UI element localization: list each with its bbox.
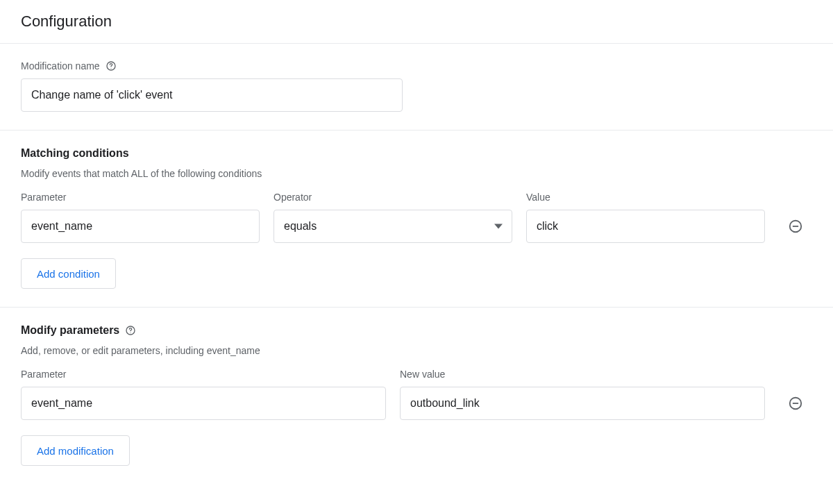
modification-name-input[interactable] — [21, 78, 403, 112]
modify-newvalue-input[interactable] — [400, 387, 765, 420]
add-modification-button[interactable]: Add modification — [21, 435, 130, 466]
section-modify-parameters: Modify parameters Add, remove, or edit p… — [0, 308, 833, 484]
modify-subtitle: Add, remove, or edit parameters, includi… — [21, 345, 812, 356]
operator-column-label: Operator — [274, 192, 512, 203]
modify-title: Modify parameters — [21, 324, 119, 337]
condition-row: Parameter Operator equals Value — [21, 192, 812, 243]
matching-subtitle: Modify events that match ALL of the foll… — [21, 168, 812, 179]
matching-title: Matching conditions — [21, 147, 812, 160]
condition-parameter-input[interactable] — [21, 210, 260, 243]
remove-condition-icon[interactable] — [788, 219, 803, 234]
parameter-row: Parameter New value — [21, 369, 812, 420]
condition-value-input[interactable] — [526, 210, 765, 243]
condition-operator-select[interactable]: equals — [274, 210, 512, 243]
modify-newvalue-label: New value — [400, 369, 765, 380]
condition-operator-value: equals — [274, 210, 512, 243]
svg-point-5 — [131, 333, 131, 333]
parameter-column-label: Parameter — [21, 192, 260, 203]
svg-point-1 — [110, 68, 111, 69]
modify-parameter-label: Parameter — [21, 369, 386, 380]
help-icon[interactable] — [125, 325, 136, 336]
page-title: Configuration — [0, 0, 833, 44]
remove-parameter-icon[interactable] — [788, 396, 803, 411]
modify-parameter-input[interactable] — [21, 387, 386, 420]
section-matching-conditions: Matching conditions Modify events that m… — [0, 131, 833, 308]
help-icon[interactable] — [106, 60, 117, 72]
section-modification-name: Modification name — [0, 44, 833, 131]
modification-name-label: Modification name — [21, 60, 100, 72]
value-column-label: Value — [526, 192, 765, 203]
modification-name-label-row: Modification name — [21, 60, 812, 72]
add-condition-button[interactable]: Add condition — [21, 258, 116, 289]
